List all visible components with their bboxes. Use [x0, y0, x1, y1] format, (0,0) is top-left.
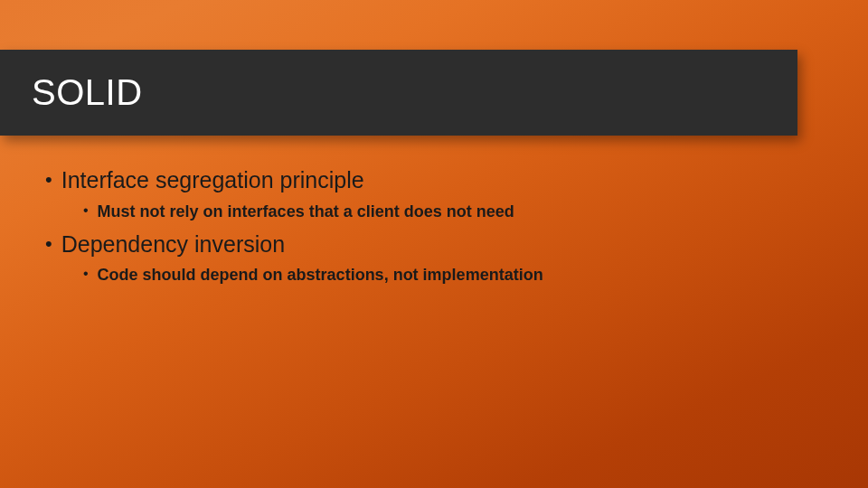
- bullet-text: Interface segregation principle: [61, 165, 814, 195]
- bullet-text: Must not rely on interfaces that a clien…: [98, 201, 814, 222]
- bullet-icon: •: [45, 234, 52, 254]
- slide-title: SOLID: [32, 72, 143, 113]
- list-item: • Interface segregation principle: [45, 165, 814, 195]
- list-item: • Dependency inversion: [45, 230, 814, 259]
- title-bar: SOLID: [0, 50, 797, 136]
- list-item: • Must not rely on interfaces that a cli…: [83, 201, 814, 222]
- slide: SOLID • Interface segregation principle …: [0, 0, 868, 488]
- bullet-icon: •: [45, 170, 52, 190]
- list-item: • Code should depend on abstractions, no…: [83, 264, 814, 286]
- bullet-text: Dependency inversion: [61, 230, 814, 259]
- content-area: • Interface segregation principle • Must…: [45, 158, 814, 290]
- bullet-text: Code should depend on abstractions, not …: [98, 264, 814, 286]
- bullet-icon: •: [83, 267, 89, 281]
- bullet-icon: •: [83, 203, 89, 218]
